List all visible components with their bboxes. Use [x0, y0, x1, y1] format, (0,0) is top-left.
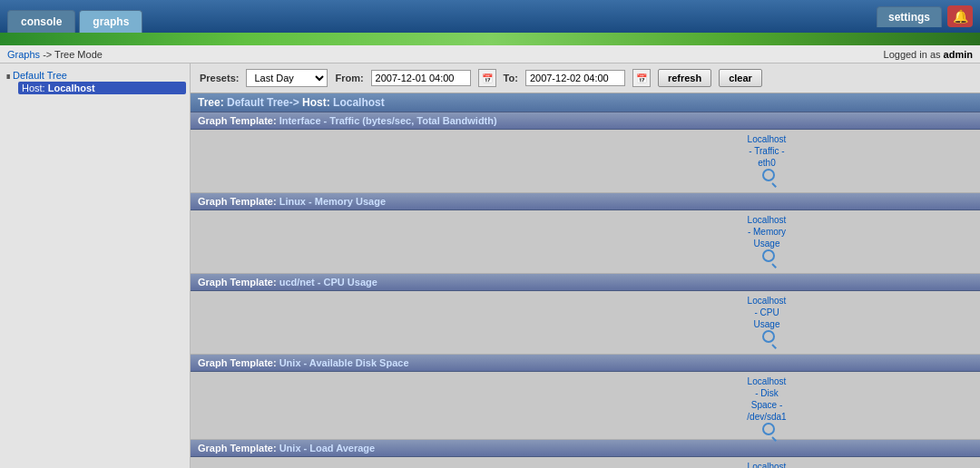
graph-area-4: Localhost - Load Average	[198, 461, 973, 468]
section-header-0: Graph Template: Interface - Traffic (byt…	[191, 112, 980, 130]
tree-path-label: Tree:	[198, 96, 224, 109]
template-link-1[interactable]: Linux - Memory Usage	[279, 196, 386, 207]
template-link-2[interactable]: ucd/net - CPU Usage	[279, 277, 377, 288]
graph-link-0-0[interactable]: Localhost - Traffic - eth0	[748, 133, 787, 169]
graph-row-3: Localhost - Disk Space - /dev/sda1	[191, 372, 980, 440]
section-header-3: Graph Template: Unix - Available Disk Sp…	[191, 355, 980, 372]
sidebar: ∎ Default Tree Host: Localhost	[0, 63, 191, 468]
graph-area-1: Localhost - Memory Usage	[198, 214, 973, 262]
refresh-button[interactable]: refresh	[658, 69, 711, 87]
default-tree-link[interactable]: Default Tree	[13, 70, 67, 81]
breadcrumb: Graphs -> Tree Mode	[7, 49, 103, 60]
tree-path-link[interactable]: Default Tree->	[227, 96, 299, 109]
toolbar: Presets: Last Day Last Week Last Month L…	[191, 63, 980, 93]
template-label-0: Graph Template:	[198, 115, 277, 126]
collapse-icon: ∎	[5, 71, 11, 81]
graph-area-2: Localhost - CPU Usage	[198, 295, 973, 343]
to-label: To:	[504, 73, 518, 83]
breadcrumb-graphs-link[interactable]: Graphs	[7, 49, 40, 60]
sidebar-host-item[interactable]: Host: Localhost	[18, 82, 186, 94]
top-nav: console graphs settings 🔔	[0, 0, 980, 33]
breadcrumb-current: Tree Mode	[54, 49, 103, 60]
from-calendar-button[interactable]: 📅	[478, 69, 496, 87]
from-label: From:	[335, 73, 363, 83]
to-input[interactable]	[525, 70, 625, 86]
template-link-3[interactable]: Unix - Available Disk Space	[279, 357, 409, 368]
breadcrumb-separator: ->	[43, 49, 54, 60]
banner	[0, 33, 980, 45]
magnify-icon-3-0[interactable]	[762, 423, 775, 435]
from-input[interactable]	[371, 70, 471, 86]
graph-row-1: Localhost - Memory Usage	[191, 210, 980, 274]
section-header-2: Graph Template: ucd/net - CPU Usage	[191, 274, 980, 291]
graph-area-0: Localhost - Traffic - eth0	[198, 133, 973, 181]
tree-root-item[interactable]: ∎ Default Tree	[4, 69, 186, 82]
graph-row-2: Localhost - CPU Usage	[191, 291, 980, 355]
host-link[interactable]: Localhost	[48, 83, 95, 93]
graph-link-3-0[interactable]: Localhost - Disk Space - /dev/sda1	[747, 375, 786, 423]
breadcrumb-bar: Graphs -> Tree Mode Logged in as admin	[0, 45, 980, 63]
tree-host-label: Host:	[302, 96, 330, 109]
clear-button[interactable]: clear	[719, 69, 762, 87]
template-label-1: Graph Template:	[198, 196, 277, 207]
to-calendar-button[interactable]: 📅	[632, 69, 651, 87]
graph-link-1-0[interactable]: Localhost - Memory Usage	[748, 214, 787, 249]
section-header-1: Graph Template: Linux - Memory Usage	[191, 193, 980, 210]
graph-link-4-0[interactable]: Localhost - Load Average	[748, 461, 787, 468]
template-link-0[interactable]: Interface - Traffic (bytes/sec, Total Ba…	[279, 115, 497, 126]
main-layout: ∎ Default Tree Host: Localhost Presets: …	[0, 63, 980, 468]
logged-in-info: Logged in as admin	[884, 49, 973, 60]
content-area: Presets: Last Day Last Week Last Month L…	[191, 63, 980, 468]
section-header-4: Graph Template: Unix - Load Average	[191, 440, 980, 457]
console-tab[interactable]: console	[7, 10, 75, 33]
tree-path-header: Tree: Default Tree-> Host: Localhost	[191, 93, 980, 112]
alert-button[interactable]: 🔔	[947, 5, 973, 27]
template-label-2: Graph Template:	[198, 277, 277, 288]
template-label-4: Graph Template:	[198, 443, 277, 453]
graphs-tab[interactable]: graphs	[79, 10, 142, 33]
graph-link-2-0[interactable]: Localhost - CPU Usage	[748, 295, 787, 330]
settings-button[interactable]: settings	[877, 6, 942, 27]
graph-area-3: Localhost - Disk Space - /dev/sda1	[198, 375, 973, 435]
host-label: Host:	[22, 83, 45, 93]
template-label-3: Graph Template:	[198, 357, 277, 368]
tree-host-link[interactable]: Localhost	[333, 96, 385, 109]
magnify-icon-2-0[interactable]	[762, 330, 775, 343]
graph-row-0: Localhost - Traffic - eth0	[191, 130, 980, 193]
template-link-4[interactable]: Unix - Load Average	[279, 443, 376, 453]
presets-select[interactable]: Last Day Last Week Last Month Last Year	[246, 69, 328, 87]
presets-label: Presets:	[200, 73, 239, 83]
magnify-icon-1-0[interactable]	[762, 249, 775, 262]
graph-row-4: Localhost - Load Average	[191, 457, 980, 468]
magnify-icon-0-0[interactable]	[762, 169, 775, 181]
